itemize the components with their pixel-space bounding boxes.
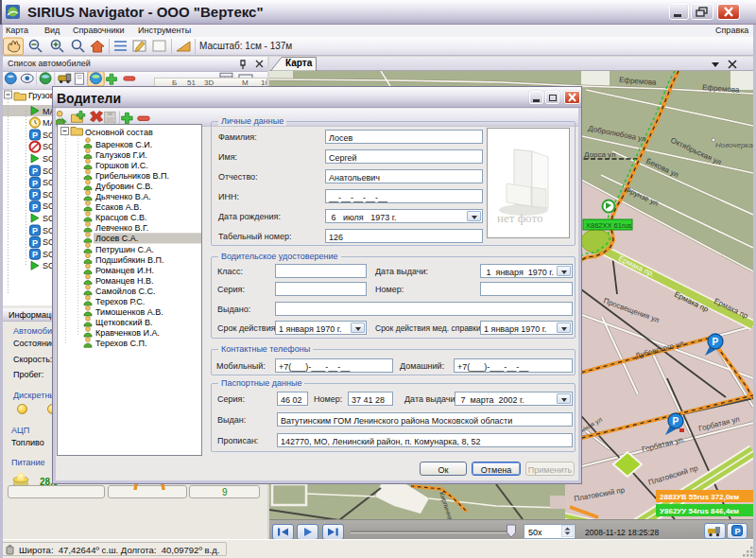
svg-text:У862УУ 54rus 846,4км: У862УУ 54rus 846,4км (660, 507, 739, 515)
svg-text:P: P (673, 416, 679, 427)
svg-text:Кравченков И.А.: Кравченков И.А. (95, 328, 160, 338)
svg-text:Горшков И.С.: Горшков И.С. (95, 161, 148, 170)
svg-text:Терехов Р.С.: Терехов Р.С. (95, 297, 145, 306)
svg-text:2883УВ 55rus 372,0км: 2883УВ 55rus 372,0км (660, 493, 739, 501)
svg-text:Новочеркасск: Новочеркасск (715, 141, 753, 149)
svg-text:Подшибякин В.П.: Подшибякин В.П. (95, 255, 164, 265)
svg-text:Дубровин С.В.: Дубровин С.В. (95, 182, 153, 191)
svg-text:P: P (32, 250, 38, 259)
svg-text:Грибельников В.П.: Грибельников В.П. (95, 171, 169, 181)
svg-text:Основной состав: Основной состав (85, 128, 153, 137)
svg-text:Красцов С.В.: Красцов С.В. (95, 213, 147, 222)
svg-text:P: P (32, 131, 38, 140)
svg-text:Романцев Н.В.: Романцев Н.В. (95, 276, 154, 286)
svg-text:P: P (735, 527, 741, 536)
svg-text:Щетковский В.: Щетковский В. (95, 318, 153, 327)
svg-text:Лосев С.А.: Лосев С.А. (95, 234, 138, 243)
svg-text:Терехов С.П.: Терехов С.П. (95, 339, 146, 348)
svg-text:P: P (32, 226, 38, 235)
svg-text:Дорса ул: Дорса ул (584, 150, 616, 159)
svg-text:P: P (32, 238, 38, 248)
svg-text:нет фото: нет фото (497, 211, 542, 225)
svg-text:Х862ХХ 61rus: Х862ХХ 61rus (586, 221, 632, 230)
svg-text:Романцев И.Н.: Романцев И.Н. (95, 266, 154, 275)
svg-text:Петрушин С.А.: Петрушин С.А. (95, 245, 154, 254)
svg-text:P: P (713, 337, 719, 347)
svg-text:Дьяченко В.А.: Дьяченко В.А. (95, 192, 151, 201)
svg-text:Варенков С.И.: Варенков С.И. (95, 140, 152, 149)
svg-text:P: P (32, 166, 38, 176)
svg-text:Самойлов С.С.: Самойлов С.С. (95, 287, 155, 296)
svg-text:Грузов: Грузов (28, 91, 55, 100)
svg-text:Есаков А.В.: Есаков А.В. (95, 202, 142, 212)
svg-text:P: P (32, 179, 38, 188)
svg-text:P: P (32, 202, 38, 212)
svg-text:Галузков Г.И.: Галузков Г.И. (95, 150, 147, 160)
svg-text:P: P (32, 190, 38, 200)
svg-text:Масштаб: 1см - 137м: Масштаб: 1см - 137м (199, 41, 292, 51)
svg-text:Левченко В.Г.: Левченко В.Г. (95, 223, 148, 233)
svg-text:Тимошенков А.В.: Тимошенков А.В. (95, 307, 163, 317)
